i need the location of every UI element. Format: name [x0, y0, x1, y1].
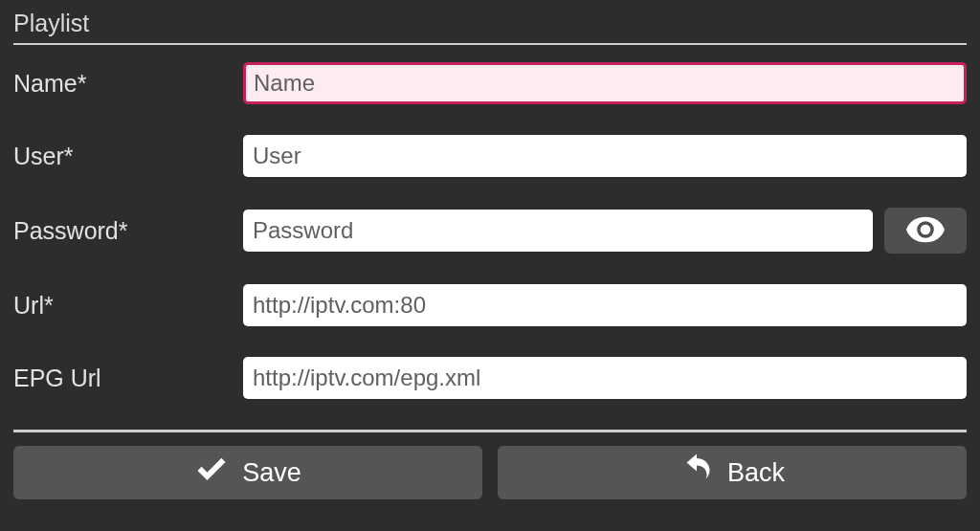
- button-row: Save Back: [13, 446, 967, 499]
- save-button-label: Save: [242, 458, 301, 488]
- password-input[interactable]: [243, 210, 873, 252]
- eye-icon: [906, 216, 945, 246]
- epg-url-input[interactable]: [243, 357, 967, 399]
- row-user: User*: [13, 135, 967, 177]
- url-input[interactable]: [243, 284, 967, 326]
- label-url: Url*: [13, 292, 243, 320]
- row-epg: EPG Url: [13, 357, 967, 399]
- back-button[interactable]: Back: [498, 446, 967, 499]
- label-epg: EPG Url: [13, 365, 243, 392]
- row-url: Url*: [13, 284, 967, 326]
- back-arrow-icon: [679, 453, 714, 494]
- input-wrap-password: [243, 208, 967, 254]
- input-wrap-url: [243, 284, 967, 326]
- divider-bottom: [13, 430, 967, 432]
- label-user: User*: [13, 143, 243, 170]
- user-input[interactable]: [243, 135, 967, 177]
- input-wrap-name: [243, 62, 967, 104]
- label-password: Password*: [13, 217, 243, 245]
- label-name: Name*: [13, 70, 243, 98]
- divider-top: [13, 43, 967, 45]
- row-password: Password*: [13, 208, 967, 254]
- save-button[interactable]: Save: [13, 446, 482, 499]
- check-icon: [194, 453, 229, 494]
- name-input[interactable]: [243, 62, 967, 104]
- row-name: Name*: [13, 62, 967, 104]
- input-wrap-epg: [243, 357, 967, 399]
- playlist-form: Playlist Name* User* Password* Url*: [0, 0, 980, 509]
- toggle-password-visibility-button[interactable]: [884, 208, 967, 254]
- back-button-label: Back: [727, 458, 785, 488]
- section-title: Playlist: [13, 10, 967, 43]
- input-wrap-user: [243, 135, 967, 177]
